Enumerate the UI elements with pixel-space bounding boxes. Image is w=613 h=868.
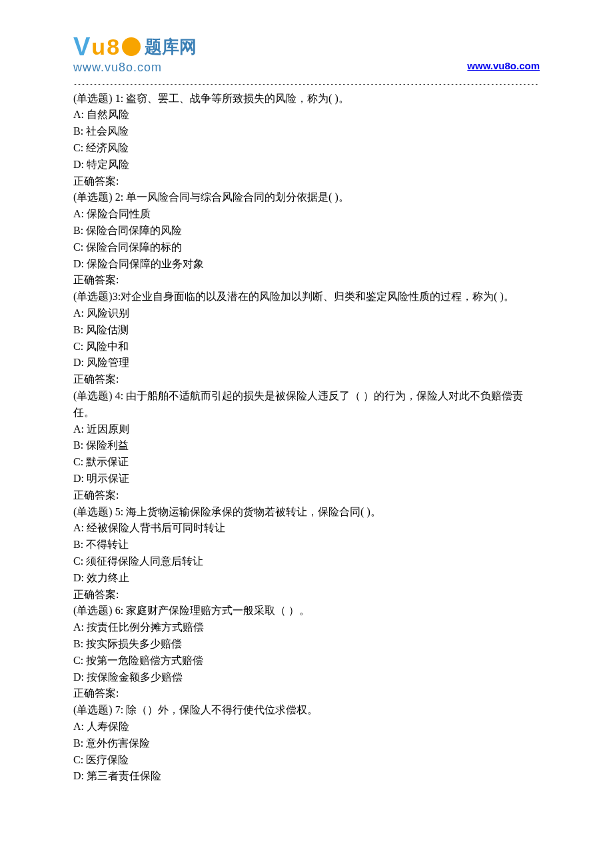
logo-brand-text: 题库网	[145, 33, 197, 60]
question-option: C: 须征得保险人同意后转让	[73, 553, 540, 570]
question-option: C: 经济风险	[73, 140, 540, 157]
question-option: B: 保险合同保障的风险	[73, 223, 540, 239]
question-option: D: 明示保证	[73, 471, 540, 487]
answer-label: 正确答案:	[73, 487, 540, 504]
question-option: D: 按保险金额多少赔偿	[73, 669, 540, 686]
questions-content: (单选题) 1: 盗窃、罢工、战争等所致损失的风险，称为( )。 A: 自然风险…	[73, 91, 540, 785]
question-stem: (单选题) 2: 单一风险合同与综合风险合同的划分依据是( )。	[73, 189, 540, 206]
logo-digit-8: 8	[107, 35, 119, 58]
question-option: B: 意外伤害保险	[73, 735, 540, 752]
question-option: B: 不得转让	[73, 537, 540, 553]
question-stem: (单选题)3:对企业自身面临的以及潜在的风险加以判断、归类和鉴定风险性质的过程，…	[73, 289, 540, 305]
logo-circle-icon	[122, 37, 141, 56]
question-option: A: 保险合同性质	[73, 206, 540, 223]
question-option: B: 风险估测	[73, 322, 540, 339]
question-stem: (单选题) 4: 由于船舶不适航而引起的损失是被保险人违反了（ ）的行为，保险人…	[73, 388, 540, 421]
page-header: V u 8 题库网 www.vu8o.com www.vu8o.com	[73, 33, 540, 77]
question-option: C: 保险合同保障的标的	[73, 239, 540, 256]
question-option: C: 医疗保险	[73, 752, 540, 769]
question-option: C: 按第一危险赔偿方式赔偿	[73, 653, 540, 669]
logo-graphic: V u 8 题库网	[73, 33, 197, 60]
question-option: A: 自然风险	[73, 107, 540, 123]
divider-line: ----------------------------------------…	[73, 79, 540, 89]
question-stem: (单选题) 6: 家庭财产保险理赔方式一般采取（ ）。	[73, 603, 540, 619]
question-option: B: 保险利益	[73, 437, 540, 454]
question-stem: (单选题) 5: 海上货物运输保险承保的货物若被转让，保险合同( )。	[73, 504, 540, 521]
answer-label: 正确答案:	[73, 173, 540, 190]
question-option: A: 风险识别	[73, 305, 540, 322]
answer-label: 正确答案:	[73, 272, 540, 289]
logo-letter-v: V	[73, 34, 90, 59]
question-option: B: 按实际损失多少赔偿	[73, 636, 540, 653]
question-option: D: 效力终止	[73, 570, 540, 587]
question-stem: (单选题) 1: 盗窃、罢工、战争等所致损失的风险，称为( )。	[73, 91, 540, 107]
answer-label: 正确答案:	[73, 587, 540, 603]
question-option: D: 保险合同保障的业务对象	[73, 256, 540, 273]
logo-letter-u: u	[91, 35, 105, 58]
question-option: C: 默示保证	[73, 454, 540, 471]
question-option: A: 经被保险人背书后可同时转让	[73, 520, 540, 537]
question-option: D: 特定风险	[73, 157, 540, 173]
answer-label: 正确答案:	[73, 685, 540, 702]
question-option: C: 风险中和	[73, 339, 540, 355]
header-website-link[interactable]: www.vu8o.com	[467, 58, 540, 73]
question-option: B: 社会风险	[73, 123, 540, 140]
answer-label: 正确答案:	[73, 371, 540, 388]
question-option: A: 人寿保险	[73, 719, 540, 735]
question-option: D: 第三者责任保险	[73, 768, 540, 785]
question-stem: (单选题) 7: 除（）外，保险人不得行使代位求偿权。	[73, 702, 540, 719]
question-option: A: 按责任比例分摊方式赔偿	[73, 619, 540, 636]
question-option: A: 近因原则	[73, 421, 540, 438]
question-option: D: 风险管理	[73, 355, 540, 371]
site-logo: V u 8 题库网 www.vu8o.com	[73, 33, 197, 77]
logo-url-text: www.vu8o.com	[73, 59, 162, 77]
